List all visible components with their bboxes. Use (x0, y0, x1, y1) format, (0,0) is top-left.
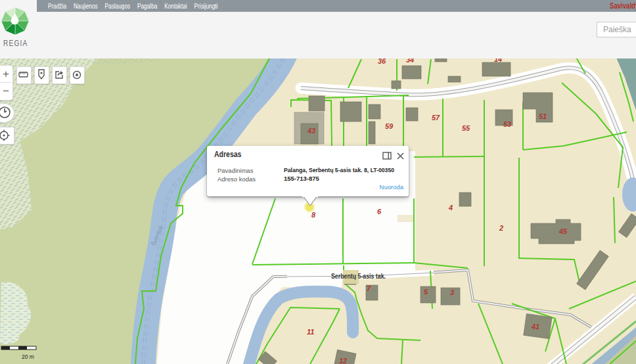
svg-text:43: 43 (307, 127, 315, 135)
svg-text:6: 6 (377, 208, 382, 216)
svg-text:Serbentų 5-asis tak.: Serbentų 5-asis tak. (331, 273, 386, 280)
svg-text:12: 12 (339, 357, 347, 364)
svg-text:2: 2 (499, 224, 503, 232)
svg-text:7: 7 (367, 284, 371, 292)
svg-text:11: 11 (307, 328, 314, 336)
svg-text:53: 53 (503, 120, 511, 128)
svg-text:5: 5 (424, 288, 428, 296)
svg-text:51: 51 (539, 112, 547, 120)
svg-text:59: 59 (385, 122, 394, 130)
svg-text:4: 4 (448, 204, 453, 212)
svg-text:41: 41 (531, 323, 539, 330)
svg-text:55: 55 (462, 124, 470, 132)
svg-text:20 m: 20 m (22, 353, 34, 360)
svg-text:45: 45 (558, 227, 568, 235)
svg-text:3: 3 (450, 288, 454, 296)
svg-text:57: 57 (432, 114, 440, 122)
